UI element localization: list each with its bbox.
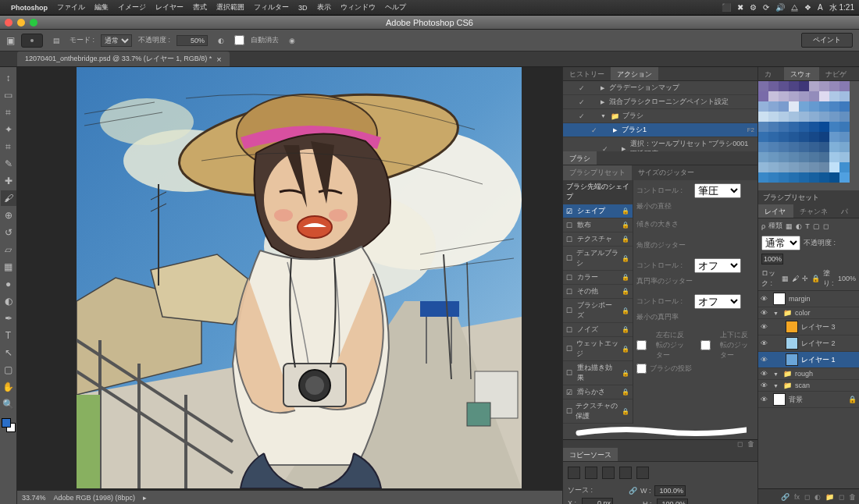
swatch[interactable] <box>758 162 768 172</box>
visibility-icon[interactable]: 👁 <box>761 309 770 317</box>
swatch[interactable] <box>768 142 779 152</box>
swatch[interactable] <box>779 142 789 152</box>
brush-option[interactable]: ☑滑らかさ🔒 <box>563 385 633 399</box>
brush-option[interactable]: ☐ウェットエッジ🔒 <box>563 337 633 361</box>
swatch[interactable] <box>809 132 819 142</box>
menubar-icon[interactable]: ⚙ <box>750 3 757 12</box>
swatch[interactable] <box>768 81 779 91</box>
layer-row[interactable]: 👁レイヤー 3 <box>758 319 859 335</box>
action-row[interactable]: ✓▶選択：ツールプリセット "ブラシ0001 不透明度" <box>563 137 757 151</box>
tab-paths[interactable]: パス <box>835 204 859 218</box>
control-select[interactable]: 筆圧 <box>694 183 741 198</box>
visibility-icon[interactable]: 👁 <box>761 382 770 389</box>
marquee-tool[interactable]: ▭ <box>1 87 16 103</box>
document-tab[interactable]: 12070401_onthebridge.psd @ 33.7% (レイヤー 1… <box>17 51 230 66</box>
visibility-icon[interactable]: 👁 <box>761 339 770 347</box>
swatch[interactable] <box>758 132 768 142</box>
swatch[interactable] <box>789 152 799 162</box>
visibility-icon[interactable]: 👁 <box>761 295 770 303</box>
brush-presets-tab[interactable]: ブラシプリセット <box>758 190 859 204</box>
swatch[interactable] <box>758 81 768 91</box>
layer-row[interactable]: 👁▼📁color <box>758 307 859 319</box>
swatches-panel[interactable] <box>758 81 859 190</box>
volume-icon[interactable]: 🔊 <box>775 3 785 12</box>
swatch[interactable] <box>779 112 789 122</box>
swatch[interactable] <box>789 142 799 152</box>
flip-x-checkbox[interactable] <box>636 340 647 350</box>
layer-row[interactable]: 👁レイヤー 2 <box>758 335 859 352</box>
type-tool[interactable]: T <box>1 328 16 343</box>
swatch[interactable] <box>799 152 809 162</box>
action-row[interactable]: ✓▶混合ブラシクローニングペイント設定 <box>563 95 757 109</box>
visibility-icon[interactable]: 👁 <box>761 323 770 331</box>
swatch[interactable] <box>768 172 779 183</box>
link-icon[interactable]: 🔗 <box>629 487 637 495</box>
swatch[interactable] <box>758 101 768 112</box>
swatch[interactable] <box>839 101 850 112</box>
pen-tool[interactable]: ✒ <box>1 311 16 326</box>
layer-row[interactable]: 👁背景🔒 <box>758 392 859 408</box>
pressure-size-icon[interactable]: ◉ <box>285 34 299 48</box>
brush-option[interactable]: ☐カラー🔒 <box>563 271 633 285</box>
layer-opacity-field[interactable]: 100% <box>761 254 783 264</box>
flip-y-checkbox[interactable] <box>700 340 711 350</box>
action-row[interactable]: ✓▶グラデーションマップ <box>563 81 757 95</box>
swatch[interactable] <box>809 142 819 152</box>
swatch[interactable] <box>819 172 829 183</box>
brush-option[interactable]: ☐テクスチャの保護🔒 <box>563 399 633 424</box>
filter-pixel-icon[interactable]: ▦ <box>786 222 793 230</box>
swatch[interactable] <box>758 172 768 183</box>
swatch[interactable] <box>779 162 789 172</box>
brush-option[interactable]: ☐その他🔒 <box>563 285 633 299</box>
swatch[interactable] <box>779 152 789 162</box>
heal-tool[interactable]: ✚ <box>1 173 16 189</box>
shape-tool[interactable]: ▢ <box>1 362 16 378</box>
swatch[interactable] <box>819 162 829 172</box>
crop-tool[interactable]: ⌗ <box>1 139 16 154</box>
new-layer-icon[interactable]: ◻ <box>839 493 844 501</box>
layer-row[interactable]: 👁▼📁scan <box>758 380 859 392</box>
brush-option[interactable]: ☐ブラシポーズ🔒 <box>563 299 633 323</box>
swatch[interactable] <box>829 112 839 122</box>
swatch[interactable] <box>758 142 768 152</box>
clone-source-3[interactable] <box>602 467 615 479</box>
brush-option[interactable]: ☐デュアルブラシ🔒 <box>563 247 633 271</box>
tab-channels[interactable]: チャンネル <box>793 204 835 218</box>
swatch[interactable] <box>839 152 850 162</box>
swatch[interactable] <box>829 101 839 112</box>
swatch[interactable] <box>819 122 829 132</box>
dodge-tool[interactable]: ◐ <box>1 293 16 309</box>
brush-projection-checkbox[interactable] <box>636 364 647 374</box>
swatch[interactable] <box>779 101 789 112</box>
swatch[interactable] <box>789 101 799 112</box>
swatch[interactable] <box>768 162 779 172</box>
adjustment-layer-icon[interactable]: ◐ <box>814 493 821 501</box>
visibility-icon[interactable]: 👁 <box>761 370 770 378</box>
zoom-tool[interactable]: 🔍 <box>1 396 16 412</box>
filter-adjust-icon[interactable]: ◐ <box>796 222 802 230</box>
swatch[interactable] <box>829 172 839 183</box>
swatch[interactable] <box>819 142 829 152</box>
swatch[interactable] <box>799 142 809 152</box>
path-tool[interactable]: ↖ <box>1 345 16 360</box>
swatch[interactable] <box>758 112 768 122</box>
menubar-icon[interactable]: ✖ <box>737 3 743 12</box>
eraser-tool[interactable]: ▱ <box>1 242 16 257</box>
blur-tool[interactable]: ● <box>1 276 16 292</box>
menu-edit[interactable]: 編集 <box>94 2 109 12</box>
swatch[interactable] <box>819 101 829 112</box>
color-profile[interactable]: Adobe RGB (1998) (8bpc) <box>54 494 136 502</box>
menu-help[interactable]: ヘルプ <box>385 2 406 12</box>
swatch[interactable] <box>809 162 819 172</box>
swatch[interactable] <box>839 122 850 132</box>
swatch[interactable] <box>799 101 809 112</box>
swatch[interactable] <box>839 132 850 142</box>
blend-mode-select[interactable]: 通常 <box>101 34 132 47</box>
swatch[interactable] <box>789 172 799 183</box>
layer-fx-icon[interactable]: fx <box>794 493 800 501</box>
roundness-control-select[interactable]: オフ <box>694 294 741 309</box>
close-window-button[interactable] <box>5 19 12 27</box>
swatch[interactable] <box>809 122 819 132</box>
swatch[interactable] <box>809 112 819 122</box>
swatch[interactable] <box>779 172 789 183</box>
